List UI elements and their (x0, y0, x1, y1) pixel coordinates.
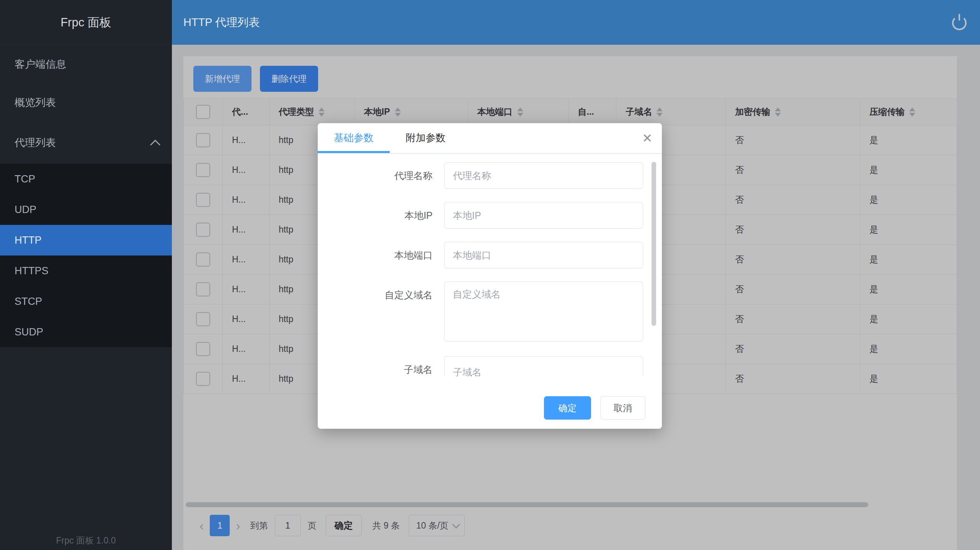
page-size-select[interactable]: 10 条/页 (409, 515, 464, 536)
row-checkbox[interactable] (196, 163, 210, 177)
row-checkbox-cell (184, 215, 223, 245)
cell-compress: 是 (860, 245, 957, 275)
subdomain-input[interactable] (444, 356, 643, 376)
sidebar-item-label: 代理列表 (15, 137, 56, 148)
horizontal-scrollbar (186, 502, 955, 507)
sidebar-item-proxy-list[interactable]: 代理列表 (0, 122, 172, 164)
row-checkbox-cell (184, 155, 223, 185)
header-cell-label: 子域名 (626, 106, 652, 118)
page-number-button[interactable]: 1 (210, 515, 230, 536)
app-version: Frpc 面板 1.0.0 (0, 535, 172, 550)
sidebar-subitem-udp[interactable]: UDP (0, 194, 172, 225)
cell-encrypt: 否 (726, 275, 860, 304)
header-cell-label: 加密传输 (735, 106, 770, 118)
page-size-value: 10 条/页 (416, 520, 448, 532)
local-ip-input[interactable] (444, 202, 643, 229)
cell-compress: 是 (860, 155, 957, 185)
row-checkbox[interactable] (196, 372, 210, 386)
header-cell: 代理类型 (270, 99, 355, 125)
sidebar-subitem-tcp[interactable]: TCP (0, 164, 172, 194)
sidebar-submenu: TCPUDPHTTPHTTPSSTCPSUDP (0, 164, 172, 347)
header-cell-label: 本地IP (364, 106, 390, 118)
cell-proxy-name: H... (223, 185, 270, 215)
delete-proxy-button[interactable]: 删除代理 (260, 66, 318, 92)
power-icon[interactable] (952, 16, 967, 30)
cell-proxy-name: H... (223, 125, 270, 155)
tab-basic-params[interactable]: 基础参数 (318, 123, 390, 152)
cell-proxy-name: H... (223, 364, 270, 394)
horizontal-scrollbar-thumb[interactable] (186, 502, 868, 507)
total-count-label: 共 9 条 (372, 520, 400, 532)
cell-encrypt: 否 (726, 364, 860, 394)
chevron-right-icon[interactable]: › (230, 515, 246, 536)
goto-confirm-button[interactable]: 确定 (326, 515, 362, 536)
add-proxy-button[interactable]: 新增代理 (193, 66, 252, 92)
row-checkbox[interactable] (196, 282, 210, 296)
goto-page-input[interactable] (275, 515, 301, 536)
sort-caret-icon[interactable] (395, 107, 401, 117)
cell-encrypt: 否 (726, 185, 860, 215)
sort-caret-icon[interactable] (318, 107, 325, 117)
dialog-scrollbar-thumb[interactable] (652, 162, 656, 326)
cell-proxy-name: H... (223, 155, 270, 185)
sort-caret-icon[interactable] (775, 107, 781, 117)
local-port-input[interactable] (444, 242, 643, 268)
cell-encrypt: 否 (726, 245, 860, 275)
sort-caret-icon[interactable] (657, 107, 663, 117)
cell-proxy-name: H... (223, 245, 270, 275)
close-icon[interactable]: × (642, 128, 652, 148)
sidebar-item-client-info[interactable]: 客户端信息 (0, 45, 172, 83)
select-all-checkbox[interactable] (196, 105, 210, 119)
field-label: 子域名 (333, 356, 433, 376)
row-checkbox-cell (184, 334, 223, 364)
cell-proxy-name: H... (223, 334, 270, 364)
row-checkbox[interactable] (196, 312, 210, 326)
sort-caret-icon[interactable] (909, 107, 915, 117)
row-checkbox-cell (184, 275, 223, 304)
header-cell: 代... (223, 99, 270, 125)
header-cell-label: 代理类型 (279, 106, 314, 118)
cell-proxy-name: H... (223, 215, 270, 245)
header-cell-label: 本地端口 (477, 106, 513, 118)
page-title: HTTP 代理列表 (183, 0, 260, 45)
header-cell: 本地IP (355, 99, 468, 125)
row-checkbox[interactable] (196, 342, 210, 356)
cell-compress: 是 (860, 275, 957, 304)
header-cell-label: 自... (578, 106, 594, 118)
proxy-name-input[interactable] (444, 162, 643, 189)
cell-proxy-name: H... (223, 304, 270, 334)
chevron-left-icon[interactable]: ‹ (193, 515, 210, 536)
custom-domains-textarea[interactable] (444, 282, 643, 342)
row-checkbox[interactable] (196, 133, 210, 147)
row-checkbox[interactable] (196, 193, 210, 207)
sidebar-subitem-https[interactable]: HTTPS (0, 255, 172, 286)
sort-caret-icon[interactable] (517, 107, 523, 117)
cell-proxy-name: H... (223, 275, 270, 304)
cell-compress: 是 (860, 215, 957, 245)
dialog-confirm-button[interactable]: 确定 (544, 396, 591, 420)
row-checkbox[interactable] (196, 252, 210, 267)
sidebar-subitem-sudp[interactable]: SUDP (0, 317, 172, 347)
dialog-body: 代理名称 本地IP 本地端口 自定义域名 子域名 (318, 153, 662, 376)
sidebar-item-overview[interactable]: 概览列表 (0, 83, 172, 122)
row-checkbox[interactable] (196, 223, 210, 237)
table-header-row: 代...代理类型本地IP本地端口自...子域名加密传输压缩传输 (184, 99, 957, 125)
dialog-cancel-button[interactable]: 取消 (600, 396, 645, 420)
tab-extra-params[interactable]: 附加参数 (390, 123, 462, 152)
header-cell: 本地端口 (468, 99, 569, 125)
toolbar: 新增代理 删除代理 (193, 66, 318, 92)
sidebar-item-label: 概览列表 (15, 97, 56, 108)
row-checkbox-cell (184, 125, 223, 155)
sidebar-subitem-http[interactable]: HTTP (0, 225, 172, 255)
cell-compress: 是 (860, 304, 957, 334)
form-row-proxy-name: 代理名称 (333, 162, 662, 189)
sidebar-subitem-stcp[interactable]: STCP (0, 286, 172, 317)
page-unit-label: 页 (308, 520, 317, 532)
goto-label: 到第 (250, 520, 268, 532)
header-cell-label: 压缩传输 (869, 106, 905, 118)
cell-encrypt: 否 (726, 304, 860, 334)
dialog-tabs: 基础参数 附加参数 × (318, 123, 662, 154)
row-checkbox-cell (184, 245, 223, 275)
row-checkbox-cell (184, 185, 223, 215)
header-checkbox-cell (184, 99, 223, 125)
